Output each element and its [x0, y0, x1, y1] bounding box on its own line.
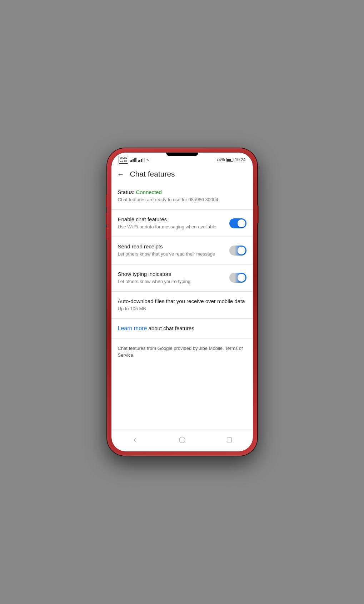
- clock: 10:24: [235, 157, 245, 162]
- home-nav-icon: [178, 436, 186, 444]
- auto-download-section[interactable]: Auto-download files that you receive ove…: [111, 292, 253, 319]
- nav-back-button[interactable]: [130, 435, 140, 445]
- svg-point-0: [179, 437, 185, 443]
- enable-chat-row: Enable chat features Use Wi-Fi or data f…: [118, 216, 246, 230]
- typing-indicators-row: Show typing indicators Let others know w…: [118, 271, 246, 285]
- nav-recent-button[interactable]: [224, 435, 234, 445]
- back-button[interactable]: ←: [117, 170, 124, 178]
- status-description: Chat features are ready to use for 08598…: [118, 197, 246, 203]
- svg-rect-1: [227, 438, 231, 442]
- typing-indicators-title: Show typing indicators: [118, 271, 225, 277]
- recent-nav-icon: [225, 436, 233, 444]
- typing-indicators-sub: Let others know when you're typing: [118, 278, 225, 285]
- enable-chat-section: Enable chat features Use Wi-Fi or data f…: [111, 210, 253, 237]
- status-label: Status: Connected: [118, 189, 246, 195]
- learn-more-section: Learn more about chat features: [111, 319, 253, 338]
- phone-inner: VoLTEVoLTE ∿: [111, 153, 253, 451]
- enable-chat-title: Enable chat features: [118, 216, 225, 222]
- read-receipts-title: Send read receipts: [118, 243, 225, 249]
- app-header: ← Chat features: [111, 165, 253, 183]
- battery-percent: 74%: [216, 157, 225, 162]
- read-receipts-section: Send read receipts Let others know that …: [111, 237, 253, 264]
- typing-indicators-text: Show typing indicators Let others know w…: [118, 271, 229, 285]
- wifi-icon: ∿: [146, 158, 149, 162]
- signal-bars-2: [138, 158, 145, 162]
- enable-chat-text: Enable chat features Use Wi-Fi or data f…: [118, 216, 229, 230]
- auto-download-title: Auto-download files that you receive ove…: [118, 298, 246, 304]
- enable-chat-toggle[interactable]: [229, 218, 246, 228]
- enable-chat-sub: Use Wi-Fi or data for messaging when ava…: [118, 224, 225, 230]
- footer-section: Chat features from Google provided by Ji…: [111, 338, 253, 365]
- nav-bar: [111, 430, 253, 451]
- typing-indicators-section: Show typing indicators Let others know w…: [111, 264, 253, 292]
- learn-more-rest: about chat features: [147, 325, 194, 331]
- notch: [166, 153, 198, 156]
- phone-frame: VoLTEVoLTE ∿: [107, 148, 257, 456]
- status-text-label: Status:: [118, 189, 135, 195]
- volte-badge: VoLTEVoLTE: [119, 156, 128, 164]
- battery-icon: [226, 158, 233, 162]
- read-receipts-row: Send read receipts Let others know that …: [118, 243, 246, 257]
- auto-download-sub: Up to 105 MB: [118, 306, 246, 312]
- learn-more-link[interactable]: Learn more: [118, 325, 147, 331]
- content-area: Status: Connected Chat features are read…: [111, 183, 253, 430]
- footer-text: Chat features from Google provided by Ji…: [118, 345, 246, 359]
- page-title: Chat features: [130, 170, 175, 178]
- status-bar-left: VoLTEVoLTE ∿: [119, 156, 149, 164]
- signal-bars-1: [130, 158, 136, 162]
- screen: VoLTEVoLTE ∿: [111, 153, 253, 451]
- status-value: Connected: [136, 189, 162, 195]
- nav-home-button[interactable]: [177, 435, 187, 445]
- back-nav-icon: [131, 436, 139, 444]
- typing-indicators-toggle[interactable]: [229, 273, 246, 283]
- status-section: Status: Connected Chat features are read…: [111, 183, 253, 210]
- read-receipts-sub: Let others know that you've read their m…: [118, 251, 225, 257]
- status-bar-right: 74% 10:24: [216, 157, 245, 162]
- read-receipts-text: Send read receipts Let others know that …: [118, 243, 229, 257]
- read-receipts-toggle[interactable]: [229, 246, 246, 256]
